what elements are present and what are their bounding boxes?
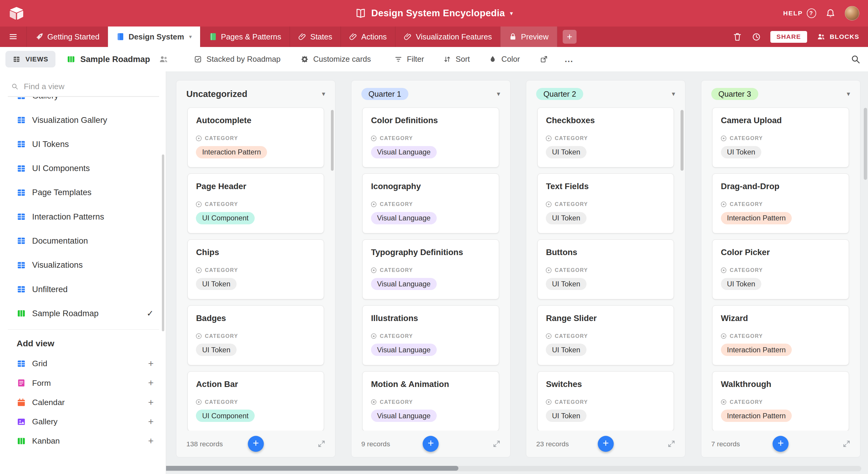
tab-actions[interactable]: Actions ▾ [341, 27, 395, 47]
tab-getting-started[interactable]: Getting Started ▾ [27, 27, 107, 47]
card-chips[interactable]: Chips CATEGORY UI Token [187, 239, 324, 299]
plus-icon[interactable]: + [148, 378, 153, 387]
sort-button[interactable]: Sort [443, 55, 470, 64]
stacked-by-button[interactable]: Stacked by Roadmap [194, 55, 281, 64]
search-icon [11, 83, 19, 90]
sidebar-view-visualizations[interactable]: Visualizations ✓ [0, 253, 166, 277]
add-view-gallery[interactable]: Gallery + [0, 412, 166, 431]
add-record-button[interactable]: + [248, 436, 264, 452]
tab-preview[interactable]: Preview ▾ [500, 27, 557, 47]
column-header[interactable]: Quarter 3 ▾ [701, 80, 860, 107]
chevron-down-icon[interactable]: ▾ [846, 90, 850, 98]
add-view-form[interactable]: Form + [0, 373, 166, 393]
help-button[interactable]: HELP ? [783, 8, 816, 18]
card-color-definitions[interactable]: Color Definitions CATEGORY Visual Langua… [362, 107, 499, 167]
sidebar-view-gallery[interactable]: Gallery ✓ [0, 97, 166, 108]
card-iconography[interactable]: Iconography CATEGORY Visual Language [362, 173, 499, 233]
chevron-down-icon: ▾ [189, 33, 192, 40]
airtable-logo-icon[interactable] [9, 5, 24, 21]
sidebar-view-ui-components[interactable]: UI Components ✓ [0, 156, 166, 180]
card-wizard[interactable]: Wizard CATEGORY Interaction Pattern [712, 305, 849, 365]
sidebar-view-documentation[interactable]: Documentation ✓ [0, 229, 166, 253]
column-scrollbar-thumb[interactable] [331, 110, 334, 171]
add-record-button[interactable]: + [423, 436, 439, 452]
user-avatar[interactable] [845, 6, 859, 21]
column-cards: Color Definitions CATEGORY Visual Langua… [351, 107, 510, 431]
sidebar-view-interaction-patterns[interactable]: Interaction Patterns ✓ [0, 205, 166, 229]
column-header[interactable]: Quarter 1 ▾ [351, 80, 510, 107]
plus-icon[interactable]: + [148, 436, 153, 446]
find-a-view-input[interactable] [24, 82, 156, 91]
current-view-name[interactable]: Sample Roadmap [67, 55, 150, 64]
column-header[interactable]: Quarter 2 ▾ [526, 80, 685, 107]
card-typography-definitions[interactable]: Typography Definitions CATEGORY Visual L… [362, 239, 499, 299]
tab-icon [209, 33, 217, 41]
search-icon[interactable] [850, 54, 861, 64]
card-text-fields[interactable]: Text Fields CATEGORY UI Token [537, 173, 674, 233]
expand-icon[interactable] [842, 440, 851, 448]
sidebar-view-visualization-gallery[interactable]: Visualization Gallery ✓ [0, 108, 166, 132]
chevron-down-icon[interactable]: ▾ [497, 90, 500, 98]
add-record-button[interactable]: + [772, 436, 788, 452]
expand-icon[interactable] [667, 440, 676, 448]
card-action-bar[interactable]: Action Bar CATEGORY UI Component [187, 371, 324, 431]
view-type-icon [17, 164, 26, 173]
view-name-label: Sample Roadmap [81, 55, 150, 64]
color-button[interactable]: Color [489, 55, 520, 64]
tab-states[interactable]: States ▾ [290, 27, 341, 47]
card-illustrations[interactable]: Illustrations CATEGORY Visual Language [362, 305, 499, 365]
add-view-calendar[interactable]: Calendar + [0, 393, 166, 412]
vertical-scrollbar-thumb[interactable] [864, 108, 867, 180]
collaborators-icon[interactable] [157, 55, 170, 64]
card-checkboxes[interactable]: Checkboxes CATEGORY UI Token [537, 107, 674, 167]
card-switches[interactable]: Switches CATEGORY UI Token [537, 371, 674, 431]
customize-cards-button[interactable]: Customize cards [301, 55, 371, 64]
gear-icon [301, 55, 309, 64]
card-drag-and-drop[interactable]: Drag-and-Drop CATEGORY Interaction Patte… [712, 173, 849, 233]
card-autocomplete[interactable]: Autocomplete CATEGORY Interaction Patter… [187, 107, 324, 167]
views-button[interactable]: VIEWS [5, 51, 56, 67]
share-view-button[interactable] [540, 55, 548, 64]
chevron-down-icon[interactable]: ▾ [672, 90, 675, 98]
expand-icon[interactable] [493, 440, 501, 448]
sidebar-view-sample-roadmap[interactable]: Sample Roadmap ✓ [0, 301, 166, 326]
card-color-picker[interactable]: Color Picker CATEGORY UI Token [712, 239, 849, 299]
add-record-button[interactable]: + [598, 436, 614, 452]
sidebar-view-ui-tokens[interactable]: UI Tokens ✓ [0, 132, 166, 156]
history-icon[interactable] [752, 32, 761, 41]
view-label: Page Templates [32, 188, 92, 197]
column-scrollbar-thumb[interactable] [681, 110, 683, 171]
plus-icon[interactable]: + [148, 417, 153, 427]
category-field-row: CATEGORY [546, 333, 665, 339]
more-options-button[interactable]: ... [565, 55, 573, 64]
add-view-grid[interactable]: Grid + [0, 354, 166, 373]
tab-pages-patterns[interactable]: Pages & Patterns ▾ [200, 27, 290, 47]
card-camera-upload[interactable]: Camera Upload CATEGORY UI Token [712, 107, 849, 167]
add-table-button[interactable]: + [563, 30, 577, 44]
notifications-bell-icon[interactable] [826, 8, 835, 19]
share-button[interactable]: SHARE [770, 31, 807, 43]
sidebar-view-page-templates[interactable]: Page Templates ✓ [0, 180, 166, 204]
add-view-kanban[interactable]: Kanban + [0, 432, 166, 451]
card-badges[interactable]: Badges CATEGORY UI Token [187, 305, 324, 365]
column-header[interactable]: Uncategorized ▾ [176, 80, 335, 107]
category-field-label: CATEGORY [555, 333, 588, 339]
tab-visualization-features[interactable]: Visualization Features ▾ [395, 27, 500, 47]
card-walkthrough[interactable]: Walkthrough CATEGORY Interaction Pattern [712, 371, 849, 431]
card-buttons[interactable]: Buttons CATEGORY UI Token [537, 239, 674, 299]
card-range-slider[interactable]: Range Slider CATEGORY UI Token [537, 305, 674, 365]
trash-icon[interactable] [733, 32, 742, 41]
hamburger-menu-icon[interactable] [0, 27, 27, 47]
plus-icon[interactable]: + [148, 359, 153, 368]
chevron-down-icon[interactable]: ▾ [322, 90, 325, 98]
card-page-header[interactable]: Page Header CATEGORY UI Component [187, 173, 324, 233]
sidebar-view-unfiltered[interactable]: Unfiltered ✓ [0, 277, 166, 301]
card-motion-animation[interactable]: Motion & Animation CATEGORY Visual Langu… [362, 371, 499, 431]
blocks-button[interactable]: BLOCKS [816, 33, 859, 41]
plus-icon[interactable]: + [148, 398, 153, 407]
sidebar-scrollbar[interactable] [162, 155, 164, 332]
base-title-menu[interactable]: Design System Encyclopedia ▾ [355, 8, 513, 19]
filter-button[interactable]: Filter [394, 55, 424, 64]
tab-design-system[interactable]: Design System ▾ [108, 27, 200, 47]
expand-icon[interactable] [317, 440, 326, 448]
